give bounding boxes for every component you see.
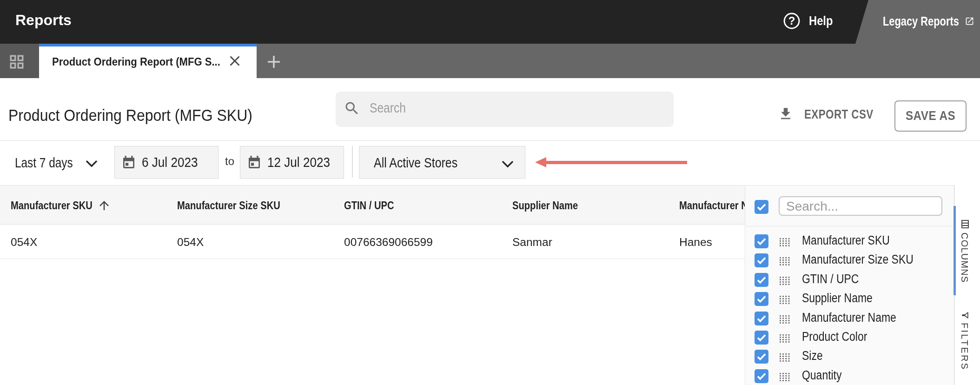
svg-text:?: ?: [788, 14, 795, 27]
